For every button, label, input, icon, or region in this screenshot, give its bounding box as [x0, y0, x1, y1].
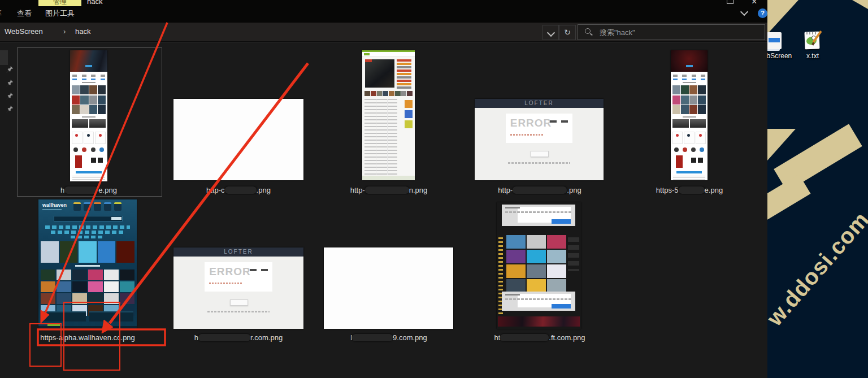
wallpaper-shape: [767, 0, 798, 34]
redaction-bar: [64, 186, 98, 194]
lofter-logo: LOFTER: [475, 99, 604, 108]
redaction-bar: [513, 186, 567, 194]
file-item[interactable]: [497, 202, 581, 329]
breadcrumb-webscreen[interactable]: WebScreen: [5, 27, 43, 36]
thumbnail-image: [70, 50, 107, 72]
search-icon: [585, 28, 591, 34]
pin-icon: [6, 92, 14, 100]
title-bar: 管理 hack 享 查看 图片工具 × ?: [0, 0, 767, 23]
wallpaper-shape: [767, 129, 796, 160]
wallhaven-logo: wallhaven: [42, 202, 67, 208]
maximize-icon[interactable]: [727, 0, 734, 4]
file-item[interactable]: [173, 99, 303, 180]
file-item[interactable]: [324, 247, 453, 329]
redaction-bar: [365, 186, 409, 194]
lofter-logo: LOFTER: [173, 247, 303, 257]
address-dropdown-button[interactable]: [542, 25, 559, 40]
wallpaper-text: w.ddosi.com: [767, 207, 868, 331]
pin-icon: [6, 79, 14, 87]
file-item[interactable]: wallhaven: [38, 199, 137, 329]
file-name[interactable]: he.png: [27, 186, 151, 195]
file-list-area: he.png http-c.png: [0, 42, 767, 378]
error-text: ERROR: [209, 266, 251, 278]
desktop-icon-webscreen[interactable]: WebScreen: [767, 31, 792, 60]
file-explorer-window: 管理 hack 享 查看 图片工具 × ? WebScreen › hack ↻: [0, 0, 767, 378]
redaction-bar: [198, 334, 250, 341]
search-input[interactable]: [598, 26, 759, 38]
redaction-bar: [352, 334, 393, 341]
screen: 管理 hack 享 查看 图片工具 × ? WebScreen › hack ↻: [0, 0, 868, 378]
close-icon[interactable]: ×: [752, 0, 757, 7]
address-bar: WebScreen › hack ↻: [0, 23, 767, 42]
webscreen-icon: [767, 31, 784, 50]
desktop: w.ddosi.com WebScreen x.txt: [767, 0, 868, 378]
ribbon-tab-picture-tools[interactable]: 图片工具: [45, 8, 75, 19]
file-name[interactable]: https-5e.png: [627, 186, 752, 195]
redaction-bar: [500, 334, 549, 341]
thumbnail-image: [365, 59, 394, 88]
redaction-bar: [225, 186, 257, 194]
nav-pane-item[interactable]: [0, 50, 8, 65]
file-name[interactable]: http-c.png: [176, 186, 301, 195]
breadcrumb-separator-icon: ›: [63, 27, 66, 36]
ribbon-collapse-chevron-icon[interactable]: [741, 9, 747, 15]
file-item[interactable]: LOFTER ERROR: [173, 247, 303, 329]
window-title: hack: [87, 0, 102, 6]
file-name-wallhaven[interactable]: https-alpha.wallhaven.cc.png: [25, 333, 150, 342]
file-name[interactable]: l9.com.png: [327, 333, 451, 342]
desktop-icon-xtxt[interactable]: x.txt: [795, 30, 831, 60]
help-icon[interactable]: ?: [758, 8, 767, 18]
ribbon-tab-share-partial[interactable]: 享: [0, 8, 2, 19]
redaction-bar: [679, 186, 705, 194]
file-item[interactable]: [70, 50, 107, 181]
notepad-icon: [802, 30, 823, 50]
breadcrumb-hack[interactable]: hack: [75, 27, 90, 36]
ribbon-tab-manage[interactable]: 管理: [38, 0, 81, 6]
wallpaper-shape: [767, 174, 811, 221]
file-name[interactable]: http-n.png: [327, 186, 451, 195]
pin-icon: [6, 66, 14, 73]
refresh-icon[interactable]: ↻: [559, 25, 576, 40]
error-text: ERROR: [510, 117, 552, 129]
file-item[interactable]: [671, 50, 708, 180]
ribbon-tab-view[interactable]: 查看: [17, 8, 32, 19]
file-name[interactable]: hr.com.png: [176, 333, 301, 342]
thumbnail-image: [671, 50, 708, 72]
file-item[interactable]: [362, 50, 415, 180]
pin-icon: [6, 105, 14, 113]
file-name[interactable]: http-.png: [478, 186, 602, 195]
wallpaper-shape: [845, 0, 868, 9]
file-item[interactable]: LOFTER ERROR: [475, 99, 604, 180]
search-box[interactable]: [578, 24, 765, 40]
file-name[interactable]: ht.ft.com.png: [478, 333, 602, 342]
